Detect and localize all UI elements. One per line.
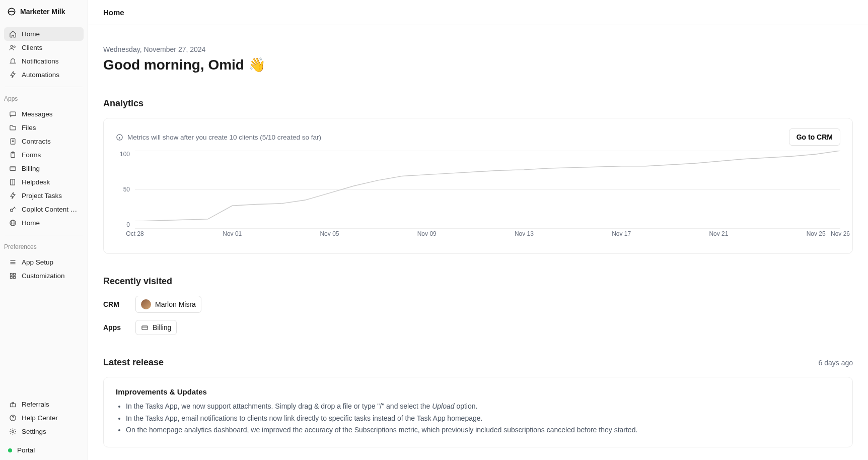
help-icon	[9, 414, 17, 422]
sidebar-item-footer-1[interactable]: Help Center	[4, 411, 84, 425]
topbar: Home	[88, 0, 868, 25]
sidebar-item-main-0[interactable]: Home	[4, 27, 84, 41]
analytics-title: Analytics	[103, 98, 853, 109]
greeting-text: Good morning, Omid	[103, 57, 244, 73]
chart-xtick: Nov 13	[515, 230, 534, 237]
sidebar-item-apps-8[interactable]: Home	[4, 216, 84, 230]
sidebar-item-label: Contracts	[22, 138, 51, 145]
chart-y-axis: 100500	[116, 151, 133, 228]
release-bullet: On the homepage analytics dashboard, we …	[126, 425, 840, 436]
sidebar-item-main-3[interactable]: Automations	[4, 68, 84, 82]
sidebar-item-label: Copilot Content Ideat...	[22, 206, 79, 213]
chart-ytick: 100	[116, 151, 130, 158]
release-list: In the Tasks App, we now support attachm…	[116, 401, 840, 436]
sidebar-item-main-1[interactable]: Clients	[4, 41, 84, 54]
chart-ytick: 0	[116, 221, 130, 228]
list-icon	[9, 258, 17, 266]
divider	[5, 235, 83, 235]
chart-x-axis: Oct 28Nov 01Nov 05Nov 09Nov 13Nov 17Nov …	[135, 230, 840, 241]
wave-icon: 👋	[248, 56, 266, 73]
analytics-info: Metrics will show after you create 10 cl…	[116, 134, 321, 141]
analytics-card: Metrics will show after you create 10 cl…	[103, 118, 853, 254]
sidebar-item-prefs-1[interactable]: Customization	[4, 269, 84, 283]
sidebar-item-label: Home	[22, 219, 40, 227]
nav-prefs-label: Preferences	[0, 238, 88, 253]
go-to-crm-button[interactable]: Go to CRM	[789, 128, 840, 146]
sidebar: Marketer Milk HomeClientsNotificationsAu…	[0, 0, 88, 460]
sidebar-item-prefs-0[interactable]: App Setup	[4, 255, 84, 269]
recently-apps-chip-text: Billing	[153, 323, 171, 332]
key-icon	[9, 206, 17, 213]
recently-apps-label: Apps	[103, 323, 125, 332]
sidebar-item-label: Settings	[22, 428, 46, 435]
bell-icon	[9, 57, 17, 65]
recently-title: Recently visited	[103, 276, 853, 287]
chart-xtick: Nov 25	[807, 230, 826, 237]
release-header: Latest release 6 days ago	[103, 357, 853, 368]
chart-xtick: Nov 21	[709, 230, 728, 237]
card-icon	[9, 165, 17, 172]
main: Home Wednesday, November 27, 2024 Good m…	[88, 0, 868, 460]
recently-apps-chip[interactable]: Billing	[135, 320, 177, 335]
users-icon	[9, 44, 17, 51]
chart-ytick: 50	[116, 186, 130, 193]
chart-xtick: Nov 26	[831, 230, 850, 237]
globe-icon	[9, 219, 17, 227]
chart-gridline	[135, 228, 840, 229]
sidebar-item-footer-0[interactable]: Referrals	[4, 398, 84, 411]
portal-status[interactable]: Portal	[0, 440, 88, 460]
recently-crm-label: CRM	[103, 300, 125, 308]
chat-icon	[9, 110, 17, 118]
portal-label: Portal	[17, 446, 35, 454]
book-icon	[9, 178, 17, 186]
release-title: Latest release	[103, 357, 164, 368]
bolt-icon	[9, 71, 17, 79]
info-icon	[116, 134, 123, 141]
sidebar-item-label: Notifications	[22, 57, 59, 65]
sidebar-item-apps-6[interactable]: Project Tasks	[4, 189, 84, 203]
svg-rect-4	[142, 325, 148, 330]
sidebar-item-apps-2[interactable]: Contracts	[4, 135, 84, 148]
nav-prefs: App SetupCustomization	[0, 253, 88, 285]
sidebar-item-main-2[interactable]: Notifications	[4, 54, 84, 68]
sidebar-item-apps-1[interactable]: Files	[4, 121, 84, 135]
sidebar-item-label: Clients	[22, 44, 42, 51]
analytics-info-text: Metrics will show after you create 10 cl…	[127, 134, 321, 141]
gear-icon	[9, 428, 17, 435]
analytics-chart: 100500 Oct 28Nov 01Nov 05Nov 09Nov 13Nov…	[116, 151, 840, 241]
release-bullet: In the Tasks App, we now support attachm…	[126, 401, 840, 412]
sidebar-item-label: Forms	[22, 151, 41, 159]
brand[interactable]: Marketer Milk	[0, 0, 88, 25]
page-title: Home	[103, 8, 124, 17]
release-bullet: In the Tasks App, email notifications to…	[126, 413, 840, 424]
sidebar-item-label: Home	[22, 30, 40, 38]
recently-crm-chip[interactable]: Marlon Misra	[135, 296, 201, 313]
sidebar-item-label: Files	[22, 124, 36, 132]
nav-main: HomeClientsNotificationsAutomations	[0, 25, 88, 84]
chart-line	[135, 151, 840, 221]
sidebar-item-label: Project Tasks	[22, 192, 62, 200]
divider	[5, 87, 83, 87]
sidebar-item-apps-7[interactable]: Copilot Content Ideat...	[4, 203, 84, 216]
sidebar-item-label: Help Center	[22, 414, 58, 422]
greeting: Good morning, Omid 👋	[103, 56, 853, 73]
sidebar-item-apps-5[interactable]: Helpdesk	[4, 175, 84, 189]
card-icon	[141, 324, 149, 332]
sidebar-item-label: Automations	[22, 71, 59, 79]
chart-xtick: Nov 09	[417, 230, 437, 237]
sidebar-item-label: Messages	[22, 110, 53, 118]
clipboard-icon	[9, 151, 17, 159]
sidebar-item-apps-0[interactable]: Messages	[4, 107, 84, 121]
chart-xtick: Nov 05	[320, 230, 339, 237]
release-ago: 6 days ago	[819, 359, 853, 367]
folder-icon	[9, 124, 17, 132]
status-dot-icon	[8, 448, 12, 452]
contract-icon	[9, 138, 17, 145]
avatar-icon	[141, 299, 151, 309]
nav-apps: MessagesFilesContractsFormsBillingHelpde…	[0, 105, 88, 232]
sidebar-item-apps-3[interactable]: Forms	[4, 148, 84, 162]
nav-apps-label: Apps	[0, 90, 88, 105]
sidebar-item-footer-2[interactable]: Settings	[4, 425, 84, 438]
sidebar-item-apps-4[interactable]: Billing	[4, 162, 84, 175]
sidebar-item-label: Customization	[22, 272, 65, 280]
